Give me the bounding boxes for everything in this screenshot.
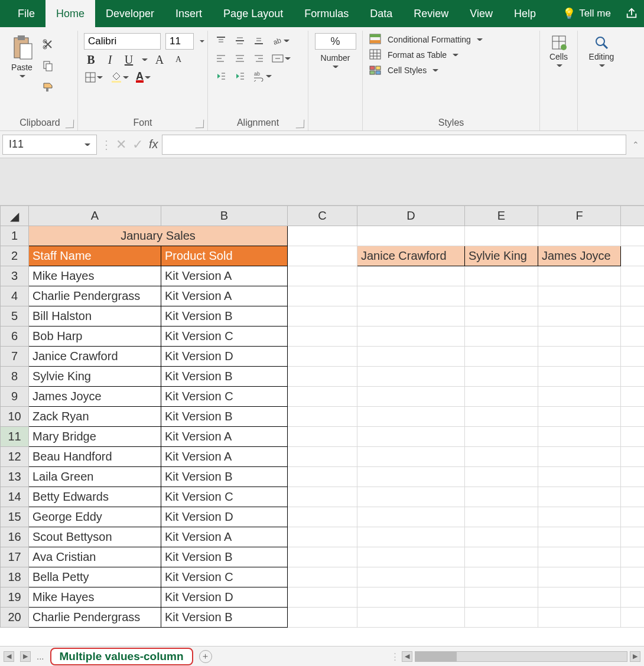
cell[interactable] xyxy=(621,286,645,306)
cell[interactable] xyxy=(538,547,621,567)
orientation-button[interactable]: ab xyxy=(271,33,291,48)
cell[interactable] xyxy=(465,587,538,608)
cell[interactable] xyxy=(621,547,645,567)
cell[interactable] xyxy=(538,447,621,467)
cell-staff[interactable]: Charlie Pendergrass xyxy=(29,608,161,628)
cell-product[interactable]: Kit Version D xyxy=(161,587,288,608)
tab-view[interactable]: View xyxy=(459,0,503,27)
cell[interactable] xyxy=(357,367,465,387)
cell[interactable] xyxy=(621,447,645,467)
cell[interactable] xyxy=(288,587,357,608)
number-format-percent[interactable]: % xyxy=(315,33,356,50)
cell-staff[interactable]: Mike Hayes xyxy=(29,266,161,286)
row-header[interactable]: 15 xyxy=(1,507,29,527)
merge-center-button[interactable] xyxy=(271,51,292,66)
cell-product[interactable]: Kit Version C xyxy=(161,567,288,587)
cell[interactable] xyxy=(288,327,357,347)
cell[interactable] xyxy=(621,587,645,608)
tab-review[interactable]: Review xyxy=(403,0,459,27)
grow-font-button[interactable]: A xyxy=(152,52,167,67)
cell[interactable] xyxy=(357,608,465,628)
cell-product[interactable]: Kit Version A xyxy=(161,427,288,447)
cell[interactable] xyxy=(538,387,621,407)
cell[interactable] xyxy=(288,567,357,587)
cell[interactable] xyxy=(288,407,357,427)
cell[interactable] xyxy=(357,286,465,306)
cell[interactable] xyxy=(538,407,621,427)
column-header-extra[interactable] xyxy=(621,206,645,226)
row-header[interactable]: 3 xyxy=(1,266,29,286)
cell[interactable] xyxy=(465,447,538,467)
align-right-button[interactable] xyxy=(252,51,266,66)
cell-staff[interactable]: Bella Petty xyxy=(29,567,161,587)
cell[interactable] xyxy=(621,347,645,367)
chevron-down-icon[interactable] xyxy=(142,57,148,63)
cell[interactable] xyxy=(538,266,621,286)
cell[interactable] xyxy=(538,527,621,547)
cell[interactable] xyxy=(288,608,357,628)
row-header[interactable]: 5 xyxy=(1,306,29,327)
cell-staff[interactable]: Bob Harp xyxy=(29,327,161,347)
cell[interactable] xyxy=(465,266,538,286)
cell[interactable] xyxy=(621,387,645,407)
paste-button[interactable]: Paste xyxy=(8,33,35,98)
cell-d2[interactable]: Janice Crawford xyxy=(357,246,465,266)
cell[interactable] xyxy=(288,226,357,246)
cell-product[interactable]: Kit Version A xyxy=(161,266,288,286)
sheet-nav-prev[interactable]: ◀ xyxy=(4,651,14,662)
row-header[interactable]: 7 xyxy=(1,347,29,367)
cell[interactable] xyxy=(357,587,465,608)
row-header[interactable]: 8 xyxy=(1,367,29,387)
dialog-launcher-clipboard[interactable] xyxy=(66,120,74,128)
cell[interactable] xyxy=(621,427,645,447)
cell-product[interactable]: Kit Version A xyxy=(161,286,288,306)
cell-staff[interactable]: Betty Edwards xyxy=(29,487,161,507)
cell[interactable] xyxy=(357,427,465,447)
share-button[interactable] xyxy=(619,0,644,27)
cell-staff[interactable]: George Eddy xyxy=(29,507,161,527)
cell[interactable] xyxy=(465,306,538,327)
cell[interactable] xyxy=(465,226,538,246)
cell[interactable] xyxy=(465,487,538,507)
cell[interactable] xyxy=(538,327,621,347)
cell[interactable] xyxy=(288,387,357,407)
cell[interactable] xyxy=(288,447,357,467)
cell[interactable] xyxy=(621,306,645,327)
tab-home[interactable]: Home xyxy=(45,0,95,27)
cell-product[interactable]: Kit Version B xyxy=(161,407,288,427)
tab-data[interactable]: Data xyxy=(359,0,403,27)
cell-staff[interactable]: Laila Green xyxy=(29,467,161,487)
cell-product[interactable]: Kit Version D xyxy=(161,507,288,527)
cell-product[interactable]: Kit Version C xyxy=(161,487,288,507)
dialog-launcher-font[interactable] xyxy=(196,120,204,128)
cell-product[interactable]: Kit Version B xyxy=(161,608,288,628)
increase-indent-button[interactable] xyxy=(233,68,247,84)
cell[interactable] xyxy=(465,407,538,427)
row-header[interactable]: 6 xyxy=(1,327,29,347)
chevron-down-icon[interactable] xyxy=(84,142,90,148)
cell-product[interactable]: Kit Version D xyxy=(161,347,288,367)
row-header[interactable]: 4 xyxy=(1,286,29,306)
cell[interactable] xyxy=(288,487,357,507)
row-header[interactable]: 19 xyxy=(1,587,29,608)
formula-input[interactable] xyxy=(162,135,626,155)
cell-styles-button[interactable]: Cell Styles xyxy=(369,64,534,77)
format-painter-button[interactable] xyxy=(40,79,56,94)
cell-staff[interactable]: James Joyce xyxy=(29,387,161,407)
wrap-text-button[interactable]: ab xyxy=(252,68,273,84)
cell[interactable] xyxy=(288,527,357,547)
cell[interactable] xyxy=(621,507,645,527)
cell[interactable] xyxy=(621,367,645,387)
copy-button[interactable] xyxy=(40,58,56,73)
cell[interactable] xyxy=(465,547,538,567)
cell[interactable] xyxy=(465,387,538,407)
decrease-indent-button[interactable] xyxy=(214,68,228,84)
cell-product[interactable]: Kit Version A xyxy=(161,527,288,547)
cell[interactable] xyxy=(538,507,621,527)
cell[interactable] xyxy=(357,226,465,246)
row-header[interactable]: 17 xyxy=(1,547,29,567)
tab-insert[interactable]: Insert xyxy=(165,0,213,27)
cell[interactable] xyxy=(357,266,465,286)
cell-staff[interactable]: Zack Ryan xyxy=(29,407,161,427)
cell[interactable] xyxy=(538,367,621,387)
